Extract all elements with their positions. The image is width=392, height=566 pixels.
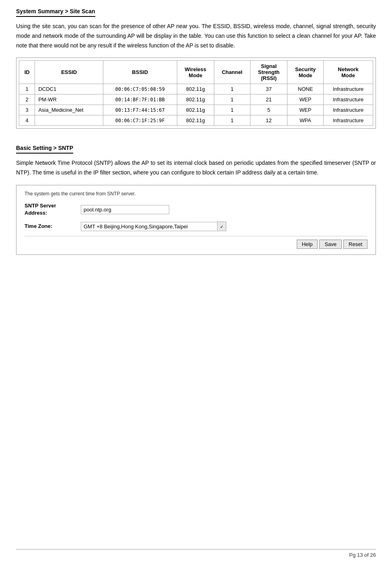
site-scan-description: Using the site scan, you can scan for th… bbox=[16, 22, 376, 50]
cell-essid: PM-WR bbox=[35, 94, 103, 105]
col-essid: ESSID bbox=[35, 61, 103, 84]
sntp-buttons-row: Help Save Reset bbox=[25, 236, 367, 249]
site-scan-table: ID ESSID BSSID WirelessMode Channel Sign… bbox=[19, 60, 373, 126]
sntp-section: Basic Setting > SNTP Simple Network Time… bbox=[16, 145, 376, 255]
cell-security: WEP bbox=[287, 105, 324, 115]
sntp-form-box: The system gets the current time from SN… bbox=[16, 185, 376, 255]
cell-bssid: 00:13:F7:44:15:67 bbox=[103, 105, 177, 115]
cell-network: Infrastructure bbox=[324, 84, 373, 94]
cell-id: 2 bbox=[19, 94, 35, 105]
sntp-timezone-label: Time Zone: bbox=[25, 223, 81, 230]
table-row: 2 PM-WR 00:14:BF:7F:01:BB 802.11g 1 21 W… bbox=[19, 94, 373, 105]
sntp-note: The system gets the current time from SN… bbox=[25, 191, 367, 197]
site-scan-section: System Summary > Site Scan Using the sit… bbox=[16, 8, 376, 129]
cell-channel: 1 bbox=[214, 105, 250, 115]
table-header-row: ID ESSID BSSID WirelessMode Channel Sign… bbox=[19, 61, 373, 84]
cell-channel: 1 bbox=[214, 84, 250, 94]
sntp-timezone-row: Time Zone: GMT +8 Beijing,Hong Kong,Sing… bbox=[25, 221, 367, 231]
cell-signal: 21 bbox=[250, 94, 287, 105]
sntp-timezone-wrapper: GMT +8 Beijing,Hong Kong,Singapore,Taipe… bbox=[81, 221, 226, 231]
site-scan-table-wrapper: ID ESSID BSSID WirelessMode Channel Sign… bbox=[16, 57, 376, 129]
col-network-mode: NetworkMode bbox=[324, 61, 373, 84]
chevron-down-icon[interactable]: ✓ bbox=[217, 221, 226, 231]
cell-network: Infrastructure bbox=[324, 105, 373, 115]
table-row: 1 DCDC1 00:06:C7:05:08:59 802.11g 1 37 N… bbox=[19, 84, 373, 94]
reset-button[interactable]: Reset bbox=[343, 240, 367, 249]
cell-security: NONE bbox=[287, 84, 324, 94]
sntp-timezone-select[interactable]: GMT +8 Beijing,Hong Kong,Singapore,Taipe… bbox=[81, 222, 218, 231]
help-button[interactable]: Help bbox=[297, 240, 318, 249]
col-channel: Channel bbox=[214, 61, 250, 84]
cell-bssid: 00:06:C7:05:08:59 bbox=[103, 84, 177, 94]
sntp-server-row: SNTP ServerAddress: bbox=[25, 202, 367, 217]
cell-essid bbox=[35, 115, 103, 126]
col-wireless-mode: WirelessMode bbox=[177, 61, 214, 84]
col-bssid: BSSID bbox=[103, 61, 177, 84]
page-info: Pg 13 of 26 bbox=[349, 552, 376, 558]
cell-network: Infrastructure bbox=[324, 115, 373, 126]
cell-channel: 1 bbox=[214, 115, 250, 126]
cell-signal: 5 bbox=[250, 105, 287, 115]
cell-wireless-mode: 802.11g bbox=[177, 94, 214, 105]
cell-wireless-mode: 802.11g bbox=[177, 105, 214, 115]
col-signal: SignalStrength(RSSI) bbox=[250, 61, 287, 84]
col-id: ID bbox=[19, 61, 35, 84]
cell-network: Infrastructure bbox=[324, 94, 373, 105]
cell-signal: 12 bbox=[250, 115, 287, 126]
cell-wireless-mode: 802.11g bbox=[177, 115, 214, 126]
page-footer: Pg 13 of 26 bbox=[16, 549, 376, 558]
sntp-description: Simple Network Time Protocol (SNTP) allo… bbox=[16, 158, 376, 178]
site-scan-title: System Summary > Site Scan bbox=[16, 8, 95, 17]
cell-signal: 37 bbox=[250, 84, 287, 94]
cell-id: 4 bbox=[19, 115, 35, 126]
cell-essid: DCDC1 bbox=[35, 84, 103, 94]
cell-id: 3 bbox=[19, 105, 35, 115]
sntp-title: Basic Setting > SNTP bbox=[16, 145, 73, 154]
cell-bssid: 00:14:BF:7F:01:BB bbox=[103, 94, 177, 105]
sntp-server-label: SNTP ServerAddress: bbox=[25, 202, 81, 217]
save-button[interactable]: Save bbox=[319, 240, 342, 249]
cell-channel: 1 bbox=[214, 94, 250, 105]
table-row: 4 00:06:C7:1F:25:9F 802.11g 1 12 WPA Inf… bbox=[19, 115, 373, 126]
col-security-mode: SecurityMode bbox=[287, 61, 324, 84]
cell-id: 1 bbox=[19, 84, 35, 94]
table-row: 3 Asia_Medicine_Net 00:13:F7:44:15:67 80… bbox=[19, 105, 373, 115]
sntp-server-input[interactable] bbox=[81, 205, 169, 214]
cell-bssid: 00:06:C7:1F:25:9F bbox=[103, 115, 177, 126]
cell-wireless-mode: 802.11g bbox=[177, 84, 214, 94]
cell-security: WPA bbox=[287, 115, 324, 126]
cell-security: WEP bbox=[287, 94, 324, 105]
cell-essid: Asia_Medicine_Net bbox=[35, 105, 103, 115]
